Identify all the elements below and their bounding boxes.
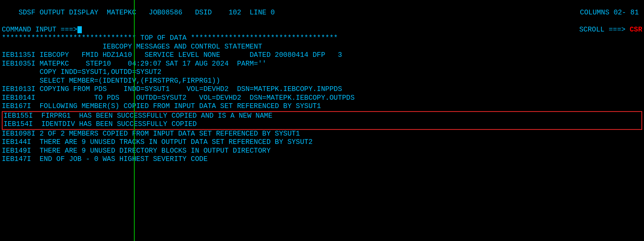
select-member-line: SELECT MEMBER=(IDENTDIV,(FIRSTPRG,FIRPRG… <box>0 77 644 86</box>
iebcopy-title-line: IEBCOPY MESSAGES AND CONTROL STATEMENT <box>0 43 644 52</box>
ieb144-line: IEB144I THERE ARE 9 UNUSED TRACKS IN OUT… <box>0 138 644 147</box>
header-left: SDSF OUTPUT DISPLAY MATEPKC JOB08586 DSI… <box>18 9 275 17</box>
ieb1014-line: IEB1014I TO PDS OUTDD=SYSUT2 VOL=DEVHD2 … <box>0 94 644 103</box>
ieb1135-line: IEB1135I IEBCOPY FMID HDZ1A10 SERVICE LE… <box>0 51 644 60</box>
header-right: COLUMNS 02- 81 <box>580 9 642 17</box>
header-line2[interactable]: COMMAND INPUT ===> SCROLL ===> CSR <box>0 26 644 35</box>
mainframe-screen: SDSF OUTPUT DISPLAY MATEPKC JOB08586 DSI… <box>0 0 644 241</box>
scroll-label: SCROLL ===> <box>579 26 630 35</box>
copy-indd-line: COPY INDD=SYSUT1,OUTDD=SYSUT2 <box>0 68 644 77</box>
ieb1013-line: IEB1013I COPYING FROM PDS INDD=SYSUT1 VO… <box>0 85 644 94</box>
ieb149-line: IEB149I THERE ARE 9 UNUSED DIRECTORY BLO… <box>0 147 644 156</box>
header-line1: SDSF OUTPUT DISPLAY MATEPKC JOB08586 DSI… <box>0 0 644 26</box>
command-label: COMMAND INPUT ===> <box>2 26 77 35</box>
ieb154-line: IEB154I IDENTDIV HAS BEEN SUCCESSFULLY C… <box>3 120 641 129</box>
green-separator <box>134 0 135 241</box>
top-stars-line: ******************************** TOP OF … <box>0 34 644 43</box>
scroll-value: CSR <box>630 26 642 35</box>
ieb155-line: IEB155I FIRPRG1 HAS BEEN SUCCESSFULLY CO… <box>3 112 641 121</box>
ieb1035-line: IEB1035I MATEPKC STEP10 04:29:07 SAT 17 … <box>0 60 644 69</box>
command-cursor[interactable] <box>77 26 82 33</box>
ieb167-line: IEB167I FOLLOWING MEMBER(S) COPIED FROM … <box>0 102 644 111</box>
ieb1098-line: IEB1098I 2 OF 2 MEMBERS COPIED FROM INPU… <box>0 130 644 139</box>
highlight-box: IEB155I FIRPRG1 HAS BEEN SUCCESSFULLY CO… <box>2 111 642 130</box>
ieb147-line: IEB147I END OF JOB - 0 WAS HIGHEST SEVER… <box>0 155 644 164</box>
